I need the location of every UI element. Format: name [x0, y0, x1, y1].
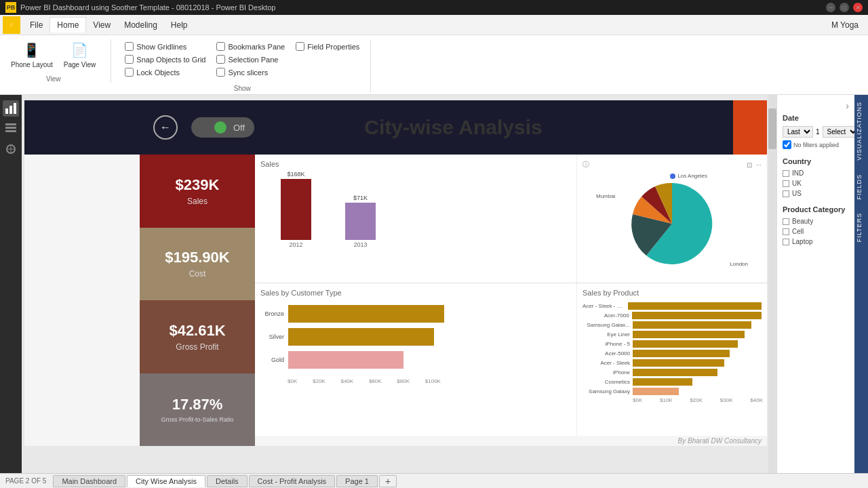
- bookmarks-pane-input[interactable]: [216, 42, 225, 51]
- category-cell-cb[interactable]: [783, 228, 789, 235]
- no-filter-checkbox[interactable]: [783, 140, 791, 149]
- bookmarks-pane-checkbox[interactable]: Bookmarks Pane: [216, 42, 285, 51]
- country-ind-row: IND: [783, 169, 849, 177]
- field-properties-checkbox[interactable]: Field Properties: [296, 42, 359, 51]
- bookmarks-pane-label: Bookmarks Pane: [228, 43, 285, 51]
- bar-2012: [281, 179, 311, 240]
- snap-objects-input[interactable]: [125, 55, 134, 64]
- tab-cost-profit[interactable]: Cost - Profit Analysis: [249, 475, 335, 487]
- prod-row-1: Acer-7000: [583, 312, 762, 319]
- checkboxes-col3: Field Properties: [296, 39, 359, 79]
- pie-label-london: London: [730, 261, 748, 267]
- menu-help[interactable]: Help: [164, 18, 195, 33]
- minimize-button[interactable]: ─: [826, 3, 835, 12]
- pie-expand-icon[interactable]: ⊡: [747, 161, 752, 169]
- sidebar-icon-table[interactable]: [3, 121, 19, 137]
- prod-row-2: Samsung Galax...: [583, 321, 762, 329]
- pie-more-icon[interactable]: ···: [756, 161, 762, 169]
- tab-main-dashboard[interactable]: Main Dashboard: [53, 475, 125, 487]
- app-logo: PB: [5, 2, 16, 13]
- back-button[interactable]: ←: [153, 115, 178, 140]
- sync-slicers-input[interactable]: [216, 68, 225, 77]
- filters-panel: › Date Last 1 Select No filters applied …: [776, 95, 854, 473]
- toggle-area: Off: [191, 117, 254, 138]
- scroll-thumb[interactable]: [768, 108, 776, 149]
- product-axis-labels: $0K $10K $20K $30K $40K: [583, 397, 766, 403]
- add-tab-button[interactable]: +: [379, 475, 397, 487]
- ax-100: $100K: [425, 378, 441, 384]
- silver-label: Silver: [260, 333, 284, 340]
- charts-main-area: Sales $168K 2012: [255, 155, 767, 446]
- show-gridlines-label: Show Gridlines: [136, 43, 186, 51]
- page-view-button[interactable]: 📄 Page View: [60, 39, 100, 70]
- bronze-label: Bronze: [260, 310, 284, 317]
- menu-file[interactable]: File: [23, 18, 50, 33]
- prod-label-5: Acer-5000: [583, 350, 630, 357]
- panel-collapse-area: ›: [783, 100, 849, 111]
- pax-10: $10K: [660, 397, 673, 403]
- date-filter-type[interactable]: Last: [783, 126, 813, 138]
- ribbon: 📱 Phone Layout 📄 Page View View Show Gri…: [0, 35, 868, 95]
- prod-label-2: Samsung Galax...: [583, 322, 630, 328]
- bar-2013: [345, 203, 376, 240]
- tab-page1[interactable]: Page 1: [336, 475, 378, 487]
- category-beauty-cb[interactable]: [783, 218, 789, 225]
- sync-slicers-checkbox[interactable]: Sync slicers: [216, 68, 285, 77]
- sidebar-icon-bar-chart[interactable]: [3, 100, 19, 117]
- country-ind-cb[interactable]: [783, 170, 789, 177]
- svg-rect-2: [14, 103, 16, 114]
- sidebar-icon-model[interactable]: [3, 141, 19, 157]
- svg-rect-5: [5, 130, 16, 132]
- tab-details[interactable]: Details: [207, 475, 248, 487]
- country-filter-section: Country IND UK US: [783, 157, 849, 197]
- snap-objects-checkbox[interactable]: Snap Objects to Grid: [125, 55, 205, 64]
- date-filter-unit[interactable]: Select: [823, 126, 854, 138]
- prod-bar-9: [633, 388, 679, 395]
- menu-home[interactable]: Home: [50, 17, 86, 33]
- collapse-icon[interactable]: ›: [846, 100, 849, 111]
- pax-20: $20K: [690, 397, 703, 403]
- gold-row: Gold: [260, 351, 571, 369]
- menu-modeling[interactable]: Modeling: [117, 18, 164, 33]
- selection-pane-checkbox[interactable]: Selection Pane: [216, 55, 285, 64]
- page-view-label: Page View: [64, 61, 96, 68]
- lock-objects-input[interactable]: [125, 68, 134, 77]
- svg-rect-0: [5, 108, 8, 114]
- show-gridlines-checkbox[interactable]: Show Gridlines: [125, 42, 205, 51]
- bottom-bar: PAGE 2 OF 5 Main Dashboard City Wise Ana…: [0, 473, 868, 488]
- pie-chart-header: ⓘ ⊡ ···: [583, 160, 762, 169]
- left-decor-panel: [24, 155, 140, 446]
- bar-2012-value: $168K: [287, 171, 304, 178]
- pie-svg: [628, 180, 716, 268]
- kpi-cards-column: $239K Sales $195.90K Cost $42.61K Gross …: [140, 155, 255, 446]
- gold-bar: [288, 351, 403, 369]
- lock-objects-checkbox[interactable]: Lock Objects: [125, 68, 205, 77]
- prod-label-3: Eye Liner: [583, 331, 630, 338]
- prod-row-3: Eye Liner: [583, 331, 762, 338]
- menu-view[interactable]: View: [86, 18, 117, 33]
- date-filter-title: Date: [783, 114, 849, 122]
- main-area: ← Off City-wise Analysis: [0, 95, 868, 473]
- pie-info-icon: ⓘ: [583, 160, 589, 169]
- filters-tab[interactable]: FILTERS: [854, 206, 868, 249]
- vertical-scrollbar[interactable]: [768, 95, 776, 473]
- close-button[interactable]: ✕: [853, 3, 863, 12]
- maximize-button[interactable]: □: [840, 3, 849, 12]
- field-properties-input[interactable]: [296, 42, 304, 51]
- country-uk-cb[interactable]: [783, 180, 789, 187]
- sales-chart-title: Sales: [260, 160, 571, 168]
- selection-pane-input[interactable]: [216, 55, 225, 64]
- kpi-profit-label: Gross Profit: [176, 342, 218, 352]
- tab-city-wise[interactable]: City Wise Analysis: [127, 475, 205, 487]
- bar-chart-area: $168K 2012 $71K 2013: [260, 174, 571, 275]
- show-gridlines-input[interactable]: [125, 42, 134, 51]
- prod-row-5: Acer-5000: [583, 350, 762, 357]
- country-us-cb[interactable]: [783, 190, 789, 197]
- phone-layout-button[interactable]: 📱 Phone Layout: [7, 39, 57, 70]
- visualizations-tab[interactable]: VISUALIZATIONS: [854, 95, 868, 167]
- date-filter-row: Last 1 Select: [783, 126, 849, 138]
- fields-tab[interactable]: FIELDS: [854, 167, 868, 207]
- window-controls: ─ □ ✕: [826, 3, 863, 12]
- category-laptop-cb[interactable]: [783, 239, 789, 245]
- toggle-switch[interactable]: [201, 120, 228, 135]
